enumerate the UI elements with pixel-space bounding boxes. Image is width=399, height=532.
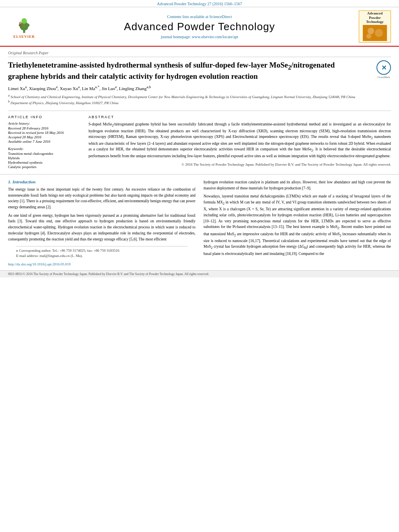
right-para2: Nowadays, layered transition metal dicha…	[204, 193, 391, 257]
body-left-col: 1. Introduction The energy issue is the …	[8, 179, 195, 259]
affiliation-b: Department of Physics, Zhejiang Universi…	[10, 101, 118, 105]
journal-title: Advanced Powder Technology	[40, 21, 359, 33]
elsevier-brand: ELSEVIER	[13, 35, 35, 39]
elsevier-logo: ELSEVIER	[8, 14, 40, 39]
history-label: Article history:	[8, 121, 80, 125]
abstract-title: ABSTRACT	[88, 115, 391, 119]
elsevier-tree-icon	[12, 14, 36, 35]
info-abstract-section: ARTICLE INFO Article history: Received 2…	[8, 111, 391, 169]
intro-para2: As one kind of green energy, hydrogen ha…	[8, 213, 195, 242]
affiliation-a: School of Chemistry and Chemical Enginee…	[10, 95, 355, 99]
apt-logo-title: AdvancedPowderTechnology	[366, 11, 384, 24]
copyright-line: © 2016 The Society of Powder Technology …	[88, 162, 391, 167]
right-para1: hydrogen evolution reaction catalyst is …	[204, 179, 391, 191]
crossmark-text: CrossMark	[377, 76, 390, 79]
apt-logo-image	[363, 25, 387, 41]
journal-header-center: Contents lists available at ScienceDirec…	[40, 14, 359, 39]
crossmark-area: ✕ CrossMark	[376, 60, 391, 79]
intro-heading: 1. Introduction	[8, 179, 195, 184]
section-divider	[0, 174, 399, 175]
crossmark-logo: ✕ CrossMark	[376, 60, 391, 79]
doi-link[interactable]: http://dx.doi.org/10.1016/j.apt.2016.05.…	[8, 262, 71, 266]
svg-point-3	[21, 18, 27, 23]
keyword-3: Hydrothermal synthesis	[8, 160, 80, 164]
intro-para1: The energy issue is the most important t…	[8, 187, 195, 210]
paper-title: Triethylenetetramine-assisted hydrotherm…	[8, 60, 391, 82]
keyword-1: Transition metal chalcogenides	[8, 152, 80, 156]
svg-point-9	[366, 34, 371, 39]
corresponding-note: ⁎ Corresponding author. Tel.: +86 759 31…	[16, 248, 187, 253]
revised-date: Received in revised form 18 May 2016	[8, 131, 80, 135]
article-info-title: ARTICLE INFO	[8, 115, 80, 119]
keywords-section: Keywords: Transition metal chalcogenides…	[8, 147, 80, 169]
doi-section: http://dx.doi.org/10.1016/j.apt.2016.05.…	[0, 259, 399, 267]
email-note: E-mail address: mal@lingnan.edu.cn (L. M…	[16, 253, 187, 259]
sciencedirect-link[interactable]: ScienceDirect	[209, 14, 232, 19]
body-right-col: hydrogen evolution reaction catalyst is …	[204, 179, 391, 259]
top-banner: Advanced Powder Technology 27 (2016) 156…	[0, 0, 399, 7]
abstract-text: S-doped MoSe2/nitrogenated graphene hybr…	[88, 121, 391, 159]
bottom-bar-text: 0921-8831/© 2016 The Society of Powder T…	[8, 272, 209, 276]
contents-text: Contents lists available at	[167, 14, 208, 19]
svg-point-8	[375, 29, 383, 37]
article-info-panel: ARTICLE INFO Article history: Received 2…	[8, 115, 80, 169]
affiliations: a School of Chemistry and Chemical Engin…	[8, 93, 391, 106]
available-date: Available online 7 June 2016	[8, 140, 80, 144]
body-section: 1. Introduction The energy issue is the …	[0, 179, 399, 259]
apt-logo: AdvancedPowderTechnology	[359, 10, 391, 43]
journal-homepage: journal homepage: www.elsevier.com/locat…	[40, 35, 359, 39]
keyword-4: Catalytic properties	[8, 165, 80, 169]
footnote-section: ⁎ Corresponding author. Tel.: +86 759 31…	[16, 246, 187, 258]
homepage-label: journal homepage:	[161, 35, 191, 39]
keywords-title: Keywords:	[8, 147, 80, 151]
authors-line: Limei Xua, Xiaoping Zhoua, Xuyao Xua, Li…	[8, 85, 391, 91]
abstract-section: ABSTRACT S-doped MoSe2/nitrogenated grap…	[88, 115, 391, 169]
crossmark-circle: ✕	[376, 60, 391, 75]
title-area: Triethylenetetramine-assisted hydrotherm…	[8, 60, 391, 82]
svg-point-5	[24, 23, 29, 27]
accepted-date: Accepted 20 May 2016	[8, 135, 80, 139]
bottom-bar: 0921-8831/© 2016 The Society of Powder T…	[0, 270, 399, 277]
banner-text: Advanced Powder Technology 27 (2016) 156…	[157, 2, 242, 6]
received-date: Received 28 February 2016	[8, 126, 80, 130]
paper-type: Original Research Paper	[8, 51, 391, 57]
contents-line: Contents lists available at ScienceDirec…	[40, 14, 359, 19]
svg-point-7	[368, 28, 374, 34]
homepage-url[interactable]: www.elsevier.com/locate/apt	[192, 35, 238, 39]
journal-header: ELSEVIER Contents lists available at Sci…	[0, 7, 399, 47]
keyword-2: Hybrids	[8, 156, 80, 160]
article-history: Article history: Received 28 February 20…	[8, 121, 80, 144]
paper-section: Original Research Paper Triethylenetetra…	[0, 47, 399, 169]
